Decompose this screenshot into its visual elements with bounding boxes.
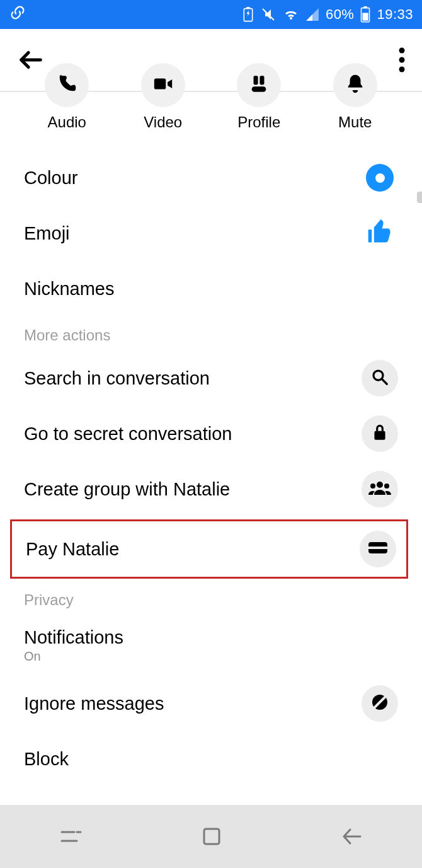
profile-button[interactable]: Profile [237,101,281,131]
search-conversation-label: Search in conversation [24,368,210,389]
create-group-row[interactable]: Create group with Natalie [24,461,398,517]
notifications-label: Notifications [24,627,123,648]
cellular-signal-icon [305,8,319,21]
svg-rect-9 [154,79,166,90]
video-icon [152,73,174,97]
payment-icon [368,540,388,558]
svg-rect-5 [363,13,368,20]
svg-rect-4 [364,6,367,8]
video-call-button[interactable]: Video [141,101,185,131]
system-back-button[interactable] [339,826,364,847]
battery-icon [360,6,370,23]
colour-label: Colour [24,168,77,188]
ignore-icon [370,692,390,715]
svg-rect-15 [374,431,385,440]
system-nav-bar [0,805,422,868]
mute-button[interactable]: Mute [333,101,377,131]
svg-rect-20 [368,547,387,549]
ignore-messages-row[interactable]: Ignore messages [24,676,398,731]
secret-conversation-label: Go to secret conversation [24,424,232,444]
profile-label: Profile [237,113,280,131]
wifi-icon [283,7,299,22]
colour-swatch-icon [366,164,394,192]
svg-line-14 [382,379,387,385]
nicknames-row[interactable]: Nicknames [24,261,398,316]
svg-point-17 [370,483,375,489]
block-label: Block [24,749,69,770]
ignore-messages-label: Ignore messages [24,693,164,714]
nicknames-label: Nicknames [24,279,114,299]
pay-label: Pay Natalie [26,539,119,560]
clock-text: 19:33 [377,6,413,23]
group-icon [368,480,391,499]
vibrate-silent-icon [260,7,277,22]
create-group-label: Create group with Natalie [24,479,230,500]
recent-apps-button[interactable] [58,826,84,847]
svg-point-8 [399,67,405,72]
pay-row[interactable]: Pay Natalie [12,521,406,577]
svg-point-16 [377,482,383,488]
svg-point-7 [399,57,405,63]
svg-rect-23 [204,829,219,844]
audio-label: Audio [48,113,86,131]
block-row[interactable]: Block [24,731,398,787]
privacy-header: Privacy [0,581,422,615]
phone-icon [56,73,77,97]
svg-rect-10 [254,76,258,84]
svg-rect-12 [252,86,266,92]
audio-call-button[interactable]: Audio [45,101,89,131]
notifications-row[interactable]: Notifications On [24,615,398,676]
search-conversation-row[interactable]: Search in conversation [24,350,398,406]
lock-icon [372,423,388,444]
pay-highlight-box: Pay Natalie [10,519,408,579]
svg-rect-11 [260,76,265,84]
svg-point-18 [384,483,389,489]
thumbs-up-icon [366,218,394,248]
mute-label: Mute [338,113,372,131]
link-icon [9,4,26,25]
colour-row[interactable]: Colour [24,150,398,205]
notifications-value: On [24,649,41,664]
svg-point-6 [399,48,405,54]
profile-icon [248,73,270,97]
svg-line-2 [263,9,274,20]
back-button[interactable] [16,45,45,74]
more-options-button[interactable] [398,47,406,72]
bell-icon [345,73,366,97]
more-actions-header: More actions [0,316,422,350]
video-label: Video [144,113,182,131]
svg-rect-1 [246,7,249,9]
home-button[interactable] [200,825,223,848]
quick-actions-row: Audio Video Profile Mute [0,92,422,150]
battery-percentage: 60% [326,6,355,23]
search-icon [370,367,389,389]
scrollbar-thumb[interactable] [417,192,422,203]
secret-conversation-row[interactable]: Go to secret conversation [24,406,398,461]
emoji-row[interactable]: Emoji [24,205,398,261]
recycle-battery-icon [242,7,254,22]
status-bar: 60% 19:33 [0,0,422,29]
emoji-label: Emoji [24,223,70,244]
